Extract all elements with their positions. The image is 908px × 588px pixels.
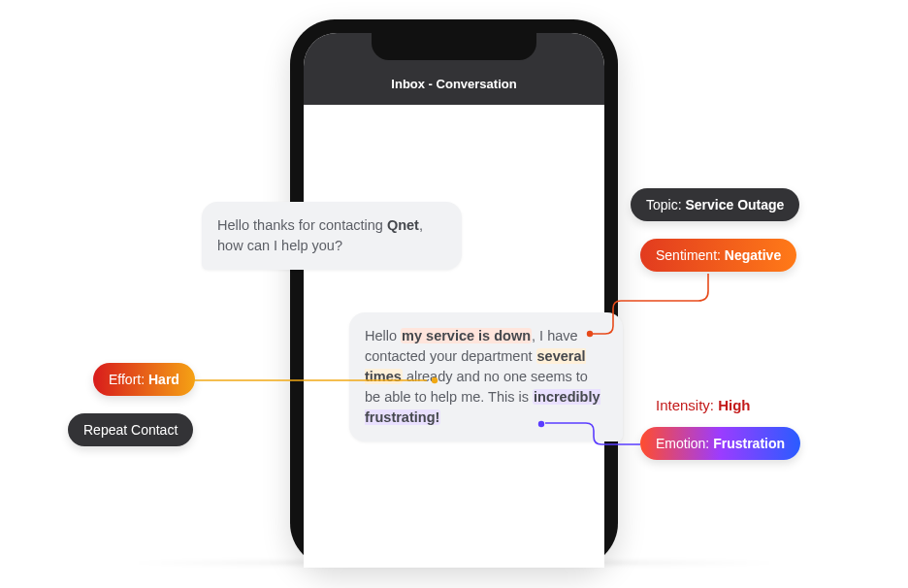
annotation-topic-value: Service Outage — [685, 197, 784, 212]
annotation-emotion: Emotion: Frustration — [640, 427, 800, 460]
annotation-emotion-label: Emotion: — [656, 436, 713, 451]
phone-frame: Inbox - Conversation — [290, 19, 618, 568]
diagram-stage: Inbox - Conversation Hello thanks for co… — [0, 0, 908, 588]
annotation-repeat-contact: Repeat Contact — [68, 413, 193, 446]
annotation-repeat-contact-label: Repeat Contact — [83, 422, 178, 438]
annotation-effort-value: Hard — [148, 372, 179, 387]
agent-text-pre: Hello thanks for contacting — [217, 217, 387, 233]
annotation-effort-label: Effort: — [109, 372, 148, 387]
customer-t1: Hello — [365, 328, 401, 343]
annotation-sentiment-value: Negative — [725, 247, 781, 263]
annotation-intensity-value: High — [718, 397, 750, 413]
annotation-sentiment-label: Sentiment: — [656, 247, 725, 263]
app-header-title: Inbox - Conversation — [391, 77, 516, 91]
phone-notch — [372, 33, 536, 60]
annotation-emotion-value: Frustration — [713, 436, 785, 451]
annotation-intensity-label: Intensity: — [656, 397, 718, 413]
annotation-topic-label: Topic: — [646, 197, 685, 212]
chat-bubble-agent: Hello thanks for contacting Qnet, how ca… — [202, 202, 462, 270]
phone-screen: Inbox - Conversation — [304, 33, 604, 568]
annotation-effort: Effort: Hard — [93, 363, 195, 396]
annotation-topic: Topic: Service Outage — [631, 188, 799, 221]
highlight-topic: my service is down — [401, 328, 532, 343]
chat-bubble-customer: Hello my service is down, I have contact… — [349, 312, 623, 441]
annotation-sentiment: Sentiment: Negative — [640, 239, 796, 272]
annotation-intensity: Intensity: High — [640, 388, 766, 422]
agent-brand: Qnet — [387, 217, 419, 233]
